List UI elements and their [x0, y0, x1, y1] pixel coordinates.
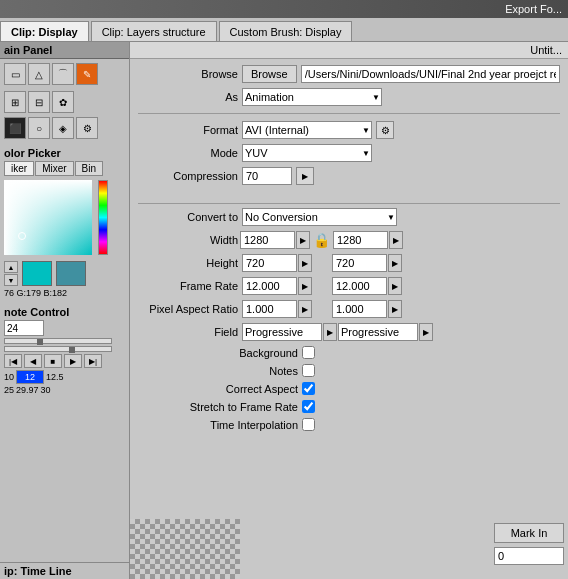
width-arrow-2[interactable]: ▶ [389, 231, 403, 249]
width-input-2[interactable] [333, 231, 388, 249]
expand-button[interactable]: ▶ [296, 167, 314, 185]
field-label: Field [138, 326, 238, 338]
tool-btn-2[interactable]: △ [28, 63, 50, 85]
pixel-aspect-arrow-2[interactable]: ▶ [388, 300, 402, 318]
height-input-2[interactable] [332, 254, 387, 272]
field-arrow-2[interactable]: ▶ [419, 323, 433, 341]
tool-btn-11[interactable]: ⚙ [76, 117, 98, 139]
field-select-1[interactable]: Progressive [242, 323, 322, 341]
compression-input[interactable] [242, 167, 292, 185]
gear-button[interactable]: ⚙ [376, 121, 394, 139]
convert-to-row: Convert to No Conversion ▼ [138, 203, 560, 226]
browse-button[interactable]: Browse [242, 65, 297, 83]
frame-rate-arrow-1[interactable]: ▶ [298, 277, 312, 295]
stretch-row: Stretch to Frame Rate [138, 400, 560, 413]
time-interp-checkbox[interactable] [302, 418, 315, 431]
timeline-num-10: 10 [4, 372, 14, 382]
color-gradient[interactable] [4, 180, 92, 255]
form-area: Browse Browse As Animation ▼ Format [130, 59, 568, 519]
stop-btn[interactable]: ■ [44, 354, 62, 368]
width-label: Width [138, 234, 238, 246]
tool-row-2: ⊞ ⊟ ✿ [0, 89, 129, 115]
sidebar-bottom-label: ip: Time Line [0, 562, 129, 579]
slider-track-2[interactable] [4, 346, 112, 352]
stretch-label: Stretch to Frame Rate [138, 401, 298, 413]
title-bar: Export Fo... [0, 0, 568, 18]
pixel-aspect-input-2[interactable] [332, 300, 387, 318]
mark-in-button[interactable]: Mark In [494, 523, 564, 543]
height-input-1[interactable] [242, 254, 297, 272]
pixel-aspect-arrow-1[interactable]: ▶ [298, 300, 312, 318]
sidebar-title: ain Panel [0, 42, 129, 59]
tab-custom-brush[interactable]: Custom Brush: Display [219, 21, 353, 41]
prev-btn[interactable]: ◀ [24, 354, 42, 368]
mode-row: Mode YUV ▼ [138, 144, 560, 162]
tool-btn-4[interactable]: ✎ [76, 63, 98, 85]
height-arrow-2[interactable]: ▶ [388, 254, 402, 272]
pixel-aspect-input-1[interactable] [242, 300, 297, 318]
frame-rate-input-2[interactable] [332, 277, 387, 295]
tool-btn-3[interactable]: ⌒ [52, 63, 74, 85]
tool-btn-9[interactable]: ○ [28, 117, 50, 139]
color-arrow-up[interactable]: ▲ [4, 261, 18, 273]
tab-clip-display[interactable]: Clip: Display [0, 21, 89, 41]
next-btn[interactable]: ▶| [84, 354, 102, 368]
width-arrow-1[interactable]: ▶ [296, 231, 310, 249]
tool-btn-1[interactable]: ▭ [4, 63, 26, 85]
stretch-checkbox[interactable] [302, 400, 315, 413]
tool-btn-8[interactable]: ⬛ [4, 117, 26, 139]
background-checkbox[interactable] [302, 346, 315, 359]
width-input-1[interactable] [240, 231, 295, 249]
time-interp-row: Time Interpolation [138, 418, 560, 431]
main-container: ain Panel ▭ △ ⌒ ✎ ⊞ ⊟ ✿ ⬛ ○ ◈ ⚙ olor Pic… [0, 42, 568, 579]
format-select[interactable]: AVI (Internal) [242, 121, 372, 139]
tool-btn-7[interactable]: ✿ [52, 91, 74, 113]
frame-rate-arrow-2[interactable]: ▶ [388, 277, 402, 295]
browse-row: Browse Browse [138, 65, 560, 83]
format-label: Format [138, 124, 238, 136]
notes-checkbox[interactable] [302, 364, 315, 377]
slider-thumb [37, 339, 43, 345]
tool-btn-5[interactable]: ⊞ [4, 91, 26, 113]
lock-icon[interactable]: 🔒 [311, 232, 332, 248]
playback-controls: |◀ ◀ ■ ▶ ▶| [4, 354, 125, 368]
notes-row: Notes [138, 364, 560, 377]
color-tab-bin[interactable]: Bin [75, 161, 103, 176]
timeline-num-25: 25 [4, 385, 14, 395]
height-arrow-1[interactable]: ▶ [298, 254, 312, 272]
play-btn[interactable]: ▶ [64, 354, 82, 368]
color-picker-area [4, 180, 125, 259]
field-select-2[interactable]: Progressive [338, 323, 418, 341]
path-input[interactable] [301, 65, 560, 83]
color-arrow-down[interactable]: ▼ [4, 274, 18, 286]
slider-track[interactable] [4, 338, 112, 344]
hue-bar[interactable] [98, 180, 108, 255]
skip-back-btn[interactable]: |◀ [4, 354, 22, 368]
tab-clip-layers[interactable]: Clip: Layers structure [91, 21, 217, 41]
color-tab-mixer[interactable]: Mixer [35, 161, 73, 176]
format-row: Format AVI (Internal) ▼ ⚙ [138, 121, 560, 139]
color-section: olor Picker iker Mixer Bin ▲ ▼ [0, 145, 129, 300]
height-inputs: ▶ ▶ [242, 254, 402, 272]
convert-to-select[interactable]: No Conversion [242, 208, 397, 226]
as-select[interactable]: Animation [242, 88, 382, 106]
browse-label: Browse [138, 68, 238, 80]
color-tabs: iker Mixer Bin [4, 161, 125, 176]
content-area: Untit... Browse Browse As Animation ▼ [130, 42, 568, 579]
field-arrow[interactable]: ▶ [323, 323, 337, 341]
frame-rate-input-1[interactable] [242, 277, 297, 295]
color-cursor [18, 232, 26, 240]
remote-input[interactable] [4, 320, 44, 336]
tool-btn-10[interactable]: ◈ [52, 117, 74, 139]
timeline-num-box-12[interactable]: 12 [16, 370, 44, 384]
mark-in-input[interactable] [494, 547, 564, 565]
mode-select[interactable]: YUV [242, 144, 372, 162]
color-preview-prev [56, 261, 86, 286]
color-picker-title: olor Picker [4, 147, 125, 159]
tool-btn-6[interactable]: ⊟ [28, 91, 50, 113]
color-tab-iker[interactable]: iker [4, 161, 34, 176]
correct-aspect-checkbox[interactable] [302, 382, 315, 395]
timeline-row-2: 25 29.97 30 [4, 385, 125, 395]
correct-aspect-label: Correct Aspect [138, 383, 298, 395]
field-select-1-wrapper: Progressive [242, 323, 322, 341]
